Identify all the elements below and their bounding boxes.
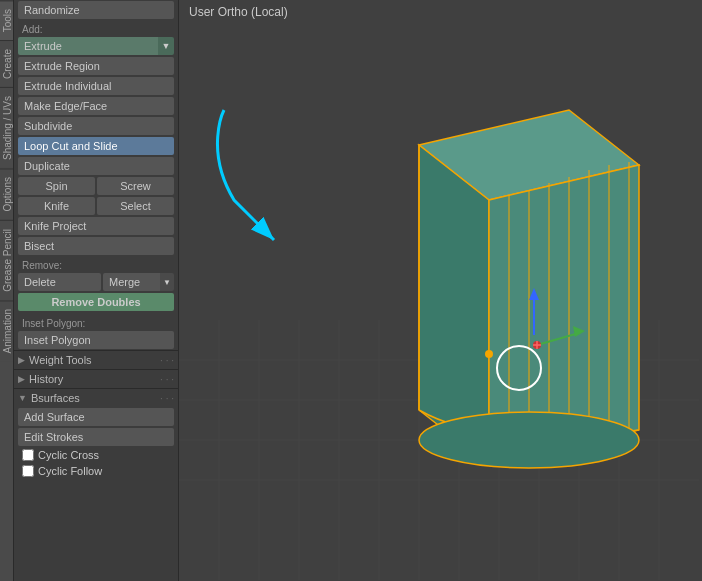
extrude-button[interactable]: Extrude bbox=[18, 37, 158, 55]
knife-project-button[interactable]: Knife Project bbox=[18, 217, 174, 235]
cyclic-follow-row: Cyclic Follow bbox=[14, 463, 178, 479]
cyclic-cross-checkbox[interactable] bbox=[22, 449, 34, 461]
history-label: History bbox=[29, 373, 160, 385]
spin-screw-row: Spin Screw bbox=[18, 177, 174, 195]
inset-section: Inset Polygon: Inset Polygon bbox=[14, 314, 178, 350]
cyclic-follow-label: Cyclic Follow bbox=[38, 465, 102, 477]
history-section[interactable]: ▶ History · · · bbox=[14, 369, 178, 388]
loop-cut-slide-button[interactable]: Loop Cut and Slide bbox=[18, 137, 174, 155]
inset-polygon-button[interactable]: Inset Polygon bbox=[18, 331, 174, 349]
tab-grease-pencil[interactable]: Grease Pencil bbox=[0, 220, 13, 300]
bsurfaces-arrow-icon: ▼ bbox=[18, 393, 27, 403]
extrude-region-button[interactable]: Extrude Region bbox=[18, 57, 174, 75]
duplicate-button[interactable]: Duplicate bbox=[18, 157, 174, 175]
select-button[interactable]: Select bbox=[97, 197, 174, 215]
remove-doubles-button[interactable]: Remove Doubles bbox=[18, 293, 174, 311]
cyclic-cross-label: Cyclic Cross bbox=[38, 449, 99, 461]
screw-button[interactable]: Screw bbox=[97, 177, 174, 195]
extrude-individual-button[interactable]: Extrude Individual bbox=[18, 77, 174, 95]
delete-button[interactable]: Delete bbox=[18, 273, 101, 291]
viewport-scene bbox=[179, 0, 702, 581]
delete-merge-row: Delete Merge ▼ bbox=[18, 273, 174, 291]
tab-create[interactable]: Create bbox=[0, 40, 13, 87]
history-dots: · · · bbox=[160, 374, 174, 385]
weight-tools-arrow-icon: ▶ bbox=[18, 355, 25, 365]
extrude-arrow-button[interactable]: ▼ bbox=[158, 37, 174, 55]
history-arrow-icon: ▶ bbox=[18, 374, 25, 384]
bisect-button[interactable]: Bisect bbox=[18, 237, 174, 255]
cyclic-follow-checkbox[interactable] bbox=[22, 465, 34, 477]
cyclic-cross-row: Cyclic Cross bbox=[14, 447, 178, 463]
knife-select-row: Knife Select bbox=[18, 197, 174, 215]
add-label: Add: bbox=[14, 20, 178, 36]
spin-button[interactable]: Spin bbox=[18, 177, 95, 195]
edit-strokes-button[interactable]: Edit Strokes bbox=[18, 428, 174, 446]
bsurfaces-label: Bsurfaces bbox=[31, 392, 160, 404]
weight-tools-section[interactable]: ▶ Weight Tools · · · bbox=[14, 350, 178, 369]
make-edge-face-button[interactable]: Make Edge/Face bbox=[18, 97, 174, 115]
merge-arrow-button[interactable]: ▼ bbox=[160, 273, 174, 291]
bsurfaces-section[interactable]: ▼ Bsurfaces · · · bbox=[14, 388, 178, 407]
randomize-button[interactable]: Randomize bbox=[18, 1, 174, 19]
add-surface-button[interactable]: Add Surface bbox=[18, 408, 174, 426]
tab-options[interactable]: Options bbox=[0, 168, 13, 219]
tab-animation[interactable]: Animation bbox=[0, 300, 13, 361]
vertical-tab-strip: Tools Create Shading / UVs Options Greas… bbox=[0, 0, 14, 581]
viewport[interactable]: User Ortho (Local) bbox=[179, 0, 702, 581]
viewport-header: User Ortho (Local) bbox=[189, 5, 288, 19]
knife-button[interactable]: Knife bbox=[18, 197, 95, 215]
merge-button[interactable]: Merge bbox=[103, 273, 160, 291]
tab-tools[interactable]: Tools bbox=[0, 0, 13, 40]
inset-polygon-label: Inset Polygon: bbox=[14, 314, 178, 330]
weight-tools-label: Weight Tools bbox=[29, 354, 160, 366]
sidebar-panel: Randomize Add: Extrude ▼ Extrude Region … bbox=[14, 0, 179, 581]
extrude-dropdown: Extrude ▼ bbox=[18, 37, 174, 55]
svg-point-27 bbox=[419, 412, 639, 468]
merge-btn-wrap: Merge ▼ bbox=[103, 273, 174, 291]
svg-point-37 bbox=[485, 350, 493, 358]
subdivide-button[interactable]: Subdivide bbox=[18, 117, 174, 135]
bsurfaces-dots: · · · bbox=[160, 393, 174, 404]
tab-shading-uvs[interactable]: Shading / UVs bbox=[0, 87, 13, 168]
remove-label: Remove: bbox=[14, 256, 178, 272]
weight-tools-dots: · · · bbox=[160, 355, 174, 366]
